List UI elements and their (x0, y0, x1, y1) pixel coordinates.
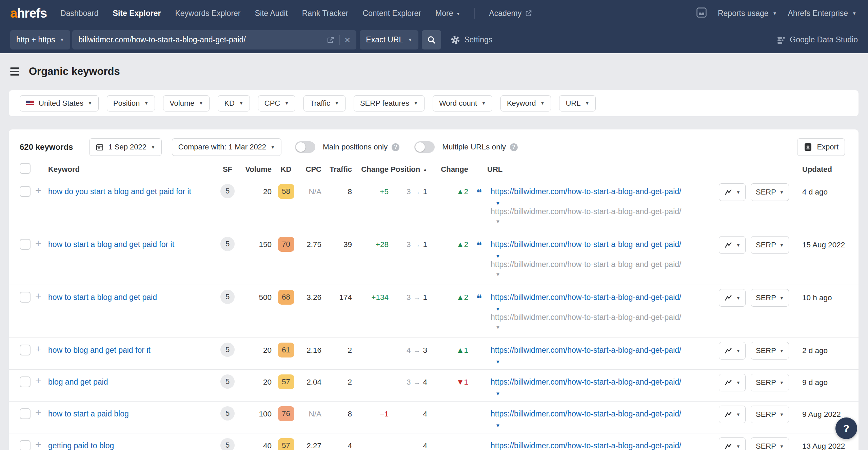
nav-item-content-explorer[interactable]: Content Explorer (362, 9, 421, 18)
row-checkbox[interactable] (20, 292, 31, 303)
url-link[interactable]: https://billwidmer.com/how-to-start-a-bl… (491, 187, 681, 196)
expand-url-caret[interactable]: ▼ (495, 306, 719, 311)
header-cpc[interactable]: CPC (300, 165, 321, 174)
header-volume[interactable]: Volume (239, 165, 272, 174)
row-checkbox[interactable] (20, 239, 31, 250)
add-to-list-button[interactable]: + (35, 370, 48, 387)
url-link[interactable]: https://billwidmer.com/how-to-start-a-bl… (491, 293, 681, 302)
url-link[interactable]: https://billwidmer.com/how-to-start-a-bl… (491, 441, 681, 450)
filter-button-url[interactable]: URL ▼ (559, 95, 596, 111)
serp-button[interactable]: SERP ▼ (751, 183, 789, 201)
url-link[interactable]: https://billwidmer.com/how-to-start-a-bl… (491, 409, 681, 418)
filter-button-word-count[interactable]: Word count ▼ (433, 95, 492, 111)
header-url[interactable]: URL (468, 165, 719, 174)
keyword-link[interactable]: how to start a paid blog (48, 409, 129, 418)
nav-item-site-audit[interactable]: Site Audit (255, 9, 288, 18)
nav-item-site-explorer[interactable]: Site Explorer (113, 9, 161, 18)
compare-date-button[interactable]: Compare with: 1 Mar 2022 ▼ (172, 138, 281, 156)
main-positions-only-toggle[interactable] (295, 141, 315, 153)
filter-button-traffic[interactable]: Traffic ▼ (303, 95, 346, 111)
position-history-chart-button[interactable]: ▼ (719, 374, 746, 391)
nav-item-dashboard[interactable]: Dashboard (60, 9, 99, 18)
add-to-list-button[interactable]: + (35, 232, 48, 249)
export-button[interactable]: Export (797, 138, 845, 156)
expand-url-caret[interactable]: ▼ (495, 423, 719, 428)
multiple-urls-only-toggle[interactable] (414, 141, 435, 153)
keyword-link[interactable]: getting paid to blog (48, 441, 114, 450)
position-history-chart-button[interactable]: ▼ (719, 236, 746, 254)
search-mode-dropdown[interactable]: Exact URL▼ (360, 30, 418, 49)
position-history-chart-button[interactable]: ▼ (719, 437, 746, 450)
nav-item-rank-tracker[interactable]: Rank Tracker (302, 9, 349, 18)
header-updated[interactable]: Updated (802, 165, 859, 174)
row-checkbox[interactable] (20, 345, 31, 355)
secondary-url-link[interactable]: https://billwidmer.com/how-to-start-a-bl… (491, 313, 719, 322)
secondary-url-link[interactable]: https://billwidmer.com/how-to-start-a-bl… (491, 260, 719, 269)
header-sf[interactable]: SF (216, 165, 239, 174)
filter-button-position[interactable]: Position ▼ (107, 95, 155, 111)
expand-url-caret[interactable]: ▼ (495, 253, 719, 259)
report-menu-icon[interactable] (10, 67, 19, 76)
serp-button[interactable]: SERP ▼ (751, 374, 789, 391)
nav-item-keywords-explorer[interactable]: Keywords Explorer (175, 9, 240, 18)
secondary-url-link[interactable]: https://billwidmer.com/how-to-start-a-bl… (491, 207, 719, 216)
header-traffic[interactable]: Traffic (321, 165, 352, 174)
header-traffic-change[interactable]: Change (352, 165, 389, 174)
add-to-list-button[interactable]: + (35, 179, 48, 196)
filter-button-kd[interactable]: KD ▼ (218, 95, 250, 111)
open-external-icon[interactable] (327, 36, 335, 44)
expand-secondary-url-caret[interactable]: ▼ (495, 325, 719, 330)
url-link[interactable]: https://billwidmer.com/how-to-start-a-bl… (491, 377, 681, 387)
serp-button[interactable]: SERP ▼ (751, 406, 789, 423)
serp-button[interactable]: SERP ▼ (751, 437, 789, 450)
filter-button-keyword[interactable]: Keyword ▼ (500, 95, 551, 111)
keyword-link[interactable]: how to start a blog and get paid for it (48, 240, 174, 249)
expand-secondary-url-caret[interactable]: ▼ (495, 219, 719, 224)
expand-url-caret[interactable]: ▼ (495, 391, 719, 396)
keyword-link[interactable]: blog and get paid (48, 377, 108, 386)
expand-secondary-url-caret[interactable]: ▼ (495, 272, 719, 277)
serp-button[interactable]: SERP ▼ (751, 289, 789, 307)
position-history-chart-button[interactable]: ▼ (719, 406, 746, 423)
nav-item-more[interactable]: More▼ (435, 9, 460, 18)
settings-button[interactable]: Settings (451, 35, 492, 45)
add-to-list-button[interactable]: + (35, 433, 48, 450)
date-picker-button[interactable]: 1 Sep 2022 ▼ (89, 138, 161, 156)
expand-url-caret[interactable]: ▼ (495, 201, 719, 206)
header-kd[interactable]: KD (272, 165, 300, 174)
keyword-link[interactable]: how to blog and get paid for it (48, 346, 151, 354)
account-menu[interactable]: Ahrefs Enterprise▼ (788, 9, 856, 18)
filter-button-volume[interactable]: Volume ▼ (163, 95, 210, 111)
add-to-list-button[interactable]: + (35, 402, 48, 418)
select-all-checkbox[interactable] (20, 163, 31, 174)
add-to-list-button[interactable]: + (35, 338, 48, 355)
keyword-link[interactable]: how to start a blog and get paid (48, 293, 157, 302)
row-checkbox[interactable] (20, 376, 31, 387)
ahrefs-logo[interactable]: ahrefs (10, 6, 47, 21)
position-history-chart-button[interactable]: ▼ (719, 183, 746, 201)
help-tooltip-icon[interactable]: ? (392, 143, 399, 151)
nav-item-academy[interactable]: Academy (489, 9, 532, 18)
add-to-list-button[interactable]: + (35, 285, 48, 302)
filter-button-united-states[interactable]: United States ▼ (20, 95, 99, 111)
protocol-dropdown[interactable]: http + https▼ (10, 30, 70, 49)
reports-usage-menu[interactable]: Reports usage▼ (718, 9, 777, 18)
filter-button-serp-features[interactable]: SERP features ▼ (354, 95, 425, 111)
serp-button[interactable]: SERP ▼ (751, 236, 789, 254)
filter-button-cpc[interactable]: CPC ▼ (258, 95, 295, 111)
help-tooltip-icon[interactable]: ? (510, 143, 518, 151)
serp-button[interactable]: SERP ▼ (751, 342, 789, 360)
search-button[interactable] (422, 30, 441, 49)
header-position-change[interactable]: Change (429, 165, 468, 174)
target-url-input[interactable]: billwidmer.com/how-to-start-a-blog-and-g… (72, 30, 356, 49)
header-position[interactable]: Position▲ (389, 165, 429, 174)
clear-input-icon[interactable]: × (344, 35, 351, 45)
help-fab-button[interactable]: ? (835, 417, 857, 439)
expand-url-caret[interactable]: ▼ (495, 359, 719, 364)
row-checkbox[interactable] (20, 186, 31, 197)
row-checkbox[interactable] (20, 408, 31, 419)
url-link[interactable]: https://billwidmer.com/how-to-start-a-bl… (491, 240, 681, 249)
url-link[interactable]: https://billwidmer.com/how-to-start-a-bl… (491, 346, 681, 355)
position-history-chart-button[interactable]: ▼ (719, 289, 746, 307)
google-data-studio-link[interactable]: Google Data Studio (777, 35, 858, 44)
